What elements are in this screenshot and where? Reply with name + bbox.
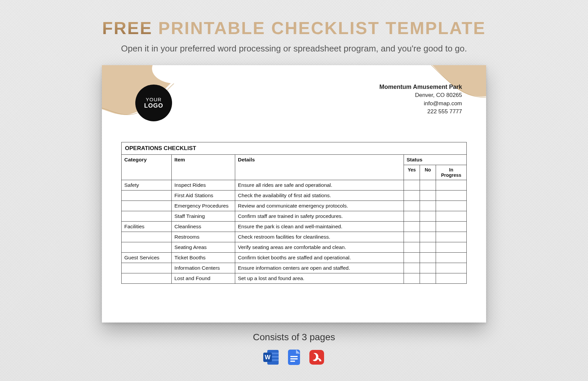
cell-category [122,190,172,201]
cell-details: Verify seating areas are comfortable and… [235,242,404,253]
page-count-text: Consists of 3 pages [0,332,588,343]
logo-line2: LOGO [144,102,163,109]
cell-item: First Aid Stations [172,190,235,201]
cell-yes [404,190,420,201]
cell-yes [404,180,420,190]
cell-category [122,232,172,242]
table-row: Seating AreasVerify seating areas are co… [122,242,467,253]
cell-no [420,232,436,242]
cell-details: Confirm ticket booths are staffed and op… [235,253,404,263]
col-yes: Yes [404,165,420,180]
cell-category [122,273,172,284]
cell-inprogress [436,263,467,273]
cell-item: Inspect Rides [172,180,235,190]
format-icons: W [0,349,588,366]
cell-details: Ensure the park is clean and well-mainta… [235,222,404,232]
table-row: SafetyInspect RidesEnsure all rides are … [122,180,467,190]
cell-no [420,201,436,211]
table-row: Information CentersEnsure information ce… [122,263,467,273]
cell-category: Guest Services [122,253,172,263]
cell-inprogress [436,180,467,190]
col-item: Item [172,155,235,180]
col-no: No [420,165,436,180]
cell-item: Restrooms [172,232,235,242]
cell-details: Ensure information centers are open and … [235,263,404,273]
svg-rect-10 [290,361,295,362]
table-row: Lost and FoundSet up a lost and found ar… [122,273,467,284]
svg-rect-9 [290,358,298,360]
col-status: Status [404,155,467,165]
title-rest: PRINTABLE CHECKLIST TEMPLATE [152,18,486,38]
cell-inprogress [436,190,467,201]
cell-inprogress [436,201,467,211]
cell-yes [404,201,420,211]
logo-placeholder: YOUR LOGO [135,85,172,121]
checklist-table-wrap: OPERATIONS CHECKLIST Category Item Detai… [121,142,467,284]
cell-yes [404,242,420,253]
page-title: FREE PRINTABLE CHECKLIST TEMPLATE [0,0,588,38]
page-subtitle: Open it in your preferred word processin… [0,43,588,54]
cell-item: Information Centers [172,263,235,273]
google-docs-icon [285,349,303,366]
cell-yes [404,232,420,242]
table-header-row: Category Item Details Status [122,155,467,165]
cell-category [122,242,172,253]
cell-no [420,222,436,232]
cell-no [420,180,436,190]
cell-details: Confirm staff are trained in safety proc… [235,211,404,222]
cell-category [122,263,172,273]
cell-no [420,253,436,263]
table-row: Staff TrainingConfirm staff are trained … [122,211,467,222]
cell-item: Ticket Booths [172,253,235,263]
cell-no [420,242,436,253]
cell-inprogress [436,222,467,232]
cell-item: Seating Areas [172,242,235,253]
company-address: Denver, CO 80265 [380,91,462,100]
word-icon: W [263,349,280,366]
cell-details: Set up a lost and found area. [235,273,404,284]
table-row: FacilitiesCleanlinessEnsure the park is … [122,222,467,232]
cell-category [122,211,172,222]
title-free: FREE [102,18,153,38]
cell-no [420,273,436,284]
cell-item: Staff Training [172,211,235,222]
col-inprogress: In Progress [436,165,467,180]
pdf-icon [308,349,325,366]
cell-yes [404,263,420,273]
cell-item: Emergency Procedures [172,201,235,211]
table-title-row: OPERATIONS CHECKLIST [122,142,467,155]
checklist-title: OPERATIONS CHECKLIST [122,142,467,155]
table-row: RestroomsCheck restroom facilities for c… [122,232,467,242]
table-row: First Aid StationsCheck the availability… [122,190,467,201]
table-row: Guest ServicesTicket BoothsConfirm ticke… [122,253,467,263]
company-name: Momentum Amusement Park [380,83,462,91]
table-row: Emergency ProceduresReview and communica… [122,201,467,211]
cell-no [420,190,436,201]
cell-inprogress [436,232,467,242]
document-preview: YOUR LOGO Momentum Amusement Park Denver… [102,65,486,323]
cell-inprogress [436,273,467,284]
svg-text:W: W [265,354,271,361]
cell-details: Ensure all rides are safe and operationa… [235,180,404,190]
cell-details: Check the availability of first aid stat… [235,190,404,201]
cell-yes [404,253,420,263]
cell-no [420,263,436,273]
cell-item: Lost and Found [172,273,235,284]
cell-yes [404,211,420,222]
cell-details: Check restroom facilities for cleanlines… [235,232,404,242]
col-details: Details [235,155,404,180]
logo-line1: YOUR [146,97,161,102]
cell-category: Safety [122,180,172,190]
company-email: info@map.com [380,100,462,108]
col-category: Category [122,155,172,180]
cell-yes [404,273,420,284]
svg-rect-8 [290,356,298,357]
cell-inprogress [436,253,467,263]
cell-no [420,211,436,222]
cell-details: Review and communicate emergency protoco… [235,201,404,211]
cell-yes [404,222,420,232]
cell-category: Facilities [122,222,172,232]
checklist-table: OPERATIONS CHECKLIST Category Item Detai… [121,142,467,284]
cell-inprogress [436,242,467,253]
cell-item: Cleanliness [172,222,235,232]
